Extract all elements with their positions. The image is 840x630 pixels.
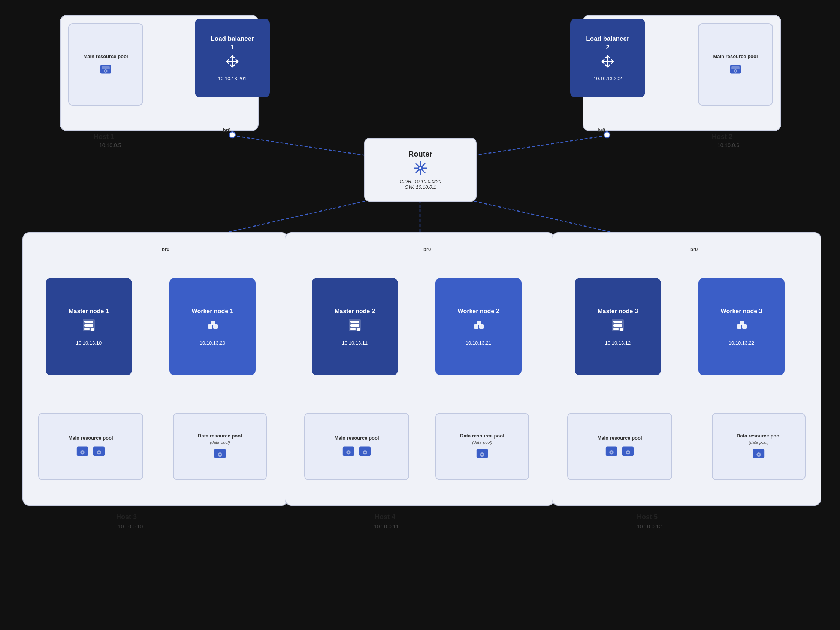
svg-rect-89 <box>350 321 359 323</box>
lb2-icon <box>600 54 615 72</box>
host1-ip: 10.10.0.5 <box>99 142 121 148</box>
h3-main-pool-label: Main resource pool <box>68 435 113 441</box>
master3-ip: 10.10.13.12 <box>605 340 631 346</box>
host5-box: br0 Master node 3 10.10.13.12 Worker nod… <box>551 232 821 506</box>
h3-data-pool-sub: (data-pool) <box>210 440 230 445</box>
master1-icon <box>81 317 97 336</box>
diagram-container: Main resource pool Host 1 10.10.0.5 br0 … <box>0 0 840 630</box>
host4-ip: 10.10.0.11 <box>374 524 399 530</box>
svg-rect-54 <box>101 66 110 68</box>
h5-data-pool-sub: (data-pool) <box>748 440 769 445</box>
svg-rect-107 <box>613 324 622 327</box>
master2-ip: 10.10.13.11 <box>342 340 368 346</box>
svg-point-87 <box>219 453 221 455</box>
host3-br0: br0 <box>162 246 169 252</box>
disk-icon <box>99 62 112 76</box>
lb1-icon <box>225 54 240 72</box>
svg-point-70 <box>419 167 422 169</box>
host1-pool-label: Main resource pool <box>83 54 128 59</box>
master1-label: Master node 1 <box>69 308 109 315</box>
worker1-box: Worker node 1 10.10.13.20 <box>169 278 256 375</box>
svg-rect-73 <box>84 324 93 327</box>
master2-box: Master node 2 10.10.13.11 <box>312 278 398 375</box>
svg-point-121 <box>758 453 760 455</box>
disk-icon-h3m1 <box>75 444 90 458</box>
worker2-icon <box>470 317 487 336</box>
lb1-ip: 10.10.13.201 <box>218 76 246 81</box>
worker3-ip: 10.10.13.22 <box>729 340 755 346</box>
master2-icon <box>347 317 363 336</box>
svg-point-109 <box>620 328 623 331</box>
host5-main-pool: Main resource pool <box>567 413 672 480</box>
host4-br0: br0 <box>423 246 431 252</box>
svg-rect-95 <box>477 321 481 325</box>
svg-rect-78 <box>210 321 215 325</box>
worker1-ip: 10.10.13.20 <box>200 340 226 346</box>
svg-rect-90 <box>350 324 359 327</box>
host3-box: br0 Master node 1 10.10.13.10 Worker nod… <box>22 232 289 506</box>
master3-icon <box>609 317 626 336</box>
host4-data-pool: Data resource pool (data-pool) <box>435 413 529 480</box>
lb1-label: Load balancer1 <box>210 35 254 51</box>
host2-pool-label: Main resource pool <box>713 54 758 59</box>
svg-point-75 <box>91 328 94 331</box>
master3-box: Master node 3 10.10.13.12 <box>575 278 661 375</box>
master3-label: Master node 3 <box>598 308 638 315</box>
h4-main-pool-label: Main resource pool <box>334 435 379 441</box>
svg-point-84 <box>98 452 100 453</box>
svg-rect-106 <box>613 321 622 323</box>
disk-icon-h3d <box>213 446 227 460</box>
disk-icon-h3m2 <box>92 444 106 458</box>
disk-icon-h4m1 <box>341 444 355 458</box>
worker2-ip: 10.10.13.21 <box>466 340 491 346</box>
disk-icon-h2 <box>729 62 742 76</box>
host5-label: Host 5 <box>637 513 658 521</box>
host1-br0: br0 <box>223 127 231 133</box>
lb2-box: Load balancer2 10.10.13.202 <box>570 19 645 97</box>
router-label: Router <box>408 150 433 158</box>
worker3-label: Worker node 3 <box>721 308 763 315</box>
router-box: Router CIDR: 10.10.0.0/20 GW: 10.10.0.1 <box>364 138 477 202</box>
disk-icon-h4m2 <box>358 444 372 458</box>
router-gw: GW: 10.10.0.1 <box>405 184 436 190</box>
svg-point-115 <box>611 452 613 453</box>
svg-point-98 <box>348 452 350 453</box>
worker2-label: Worker node 2 <box>458 308 499 315</box>
router-icon <box>412 160 429 178</box>
worker2-box: Worker node 2 10.10.13.21 <box>435 278 521 375</box>
h4-data-pool-sub: (data-pool) <box>472 440 492 445</box>
host3-label: Host 3 <box>116 513 137 521</box>
svg-rect-60 <box>731 66 740 68</box>
svg-point-118 <box>627 452 629 453</box>
svg-line-5 <box>461 136 607 157</box>
svg-point-104 <box>482 453 483 455</box>
worker3-icon <box>733 317 750 336</box>
host2-pool: Main resource pool <box>698 23 773 106</box>
host5-ip: 10.10.0.12 <box>637 524 662 530</box>
host1-label: Host 1 <box>94 133 114 141</box>
disk-icon-h5d <box>752 446 766 460</box>
lb1-box: Load balancer1 10.10.13.201 <box>195 19 270 97</box>
h4-data-pool-label: Data resource pool <box>460 433 504 439</box>
h5-data-pool-label: Data resource pool <box>737 433 781 439</box>
host1-pool: Main resource pool <box>68 23 143 106</box>
worker1-label: Worker node 1 <box>192 308 234 315</box>
svg-point-62 <box>735 70 736 71</box>
master1-box: Master node 1 10.10.13.10 <box>46 278 132 375</box>
host2-br0: br0 <box>598 127 605 133</box>
master1-ip: 10.10.13.10 <box>76 340 102 346</box>
worker1-icon <box>204 317 221 336</box>
host4-label: Host 4 <box>375 513 395 521</box>
svg-point-101 <box>364 452 366 453</box>
master2-label: Master node 2 <box>335 308 375 315</box>
svg-rect-108 <box>613 328 619 330</box>
h3-data-pool-label: Data resource pool <box>198 433 242 439</box>
host5-data-pool: Data resource pool (data-pool) <box>712 413 805 480</box>
host3-ip: 10.10.0.10 <box>118 524 143 530</box>
svg-point-81 <box>82 452 84 453</box>
h5-main-pool-label: Main resource pool <box>597 435 642 441</box>
host3-main-pool: Main resource pool <box>38 413 143 480</box>
host2-label: Host 2 <box>712 133 733 141</box>
router-cidr: CIDR: 10.10.0.0/20 <box>399 178 441 184</box>
disk-icon-h5m1 <box>604 444 619 458</box>
